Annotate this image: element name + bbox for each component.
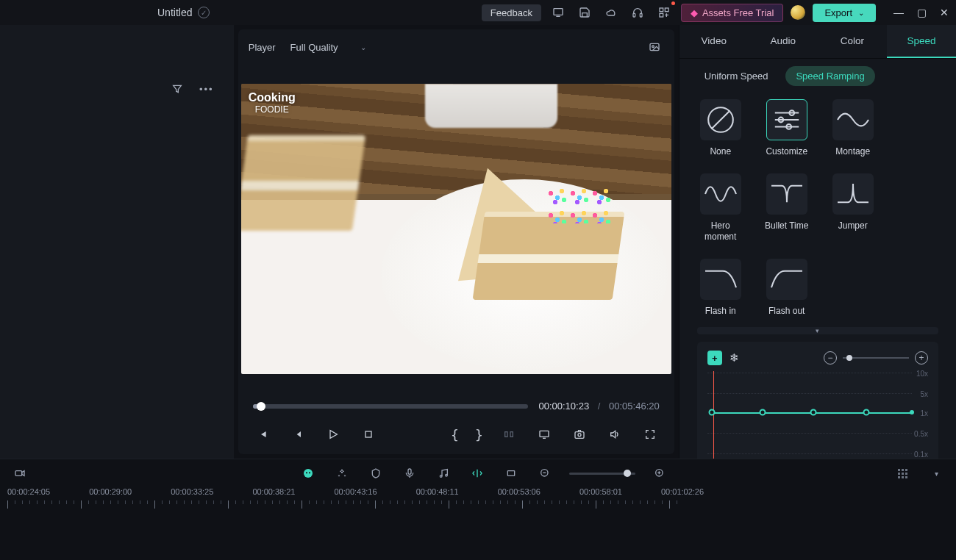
camera-icon[interactable] <box>570 425 589 444</box>
subtab-uniform-speed[interactable]: Uniform Speed <box>694 66 779 86</box>
svg-rect-11 <box>510 432 513 437</box>
split-icon[interactable] <box>468 464 487 483</box>
volume-icon[interactable] <box>605 425 624 444</box>
preview-viewport[interactable]: CookingFOODIE <box>238 65 674 393</box>
gem-icon: ◆ <box>691 7 698 18</box>
ramp-node[interactable] <box>759 409 766 416</box>
assets-trial-button[interactable]: ◆ Assets Free Trial <box>681 4 784 22</box>
tab-video[interactable]: Video <box>679 25 749 58</box>
subtab-speed-ramping[interactable]: Speed Ramping <box>785 66 874 86</box>
ramp-node[interactable] <box>810 409 816 416</box>
top-bar: Untitled ✓ Feedback ◆ Assets Free Trial … <box>0 0 956 25</box>
cloud-icon[interactable] <box>602 3 621 22</box>
zoom-in-button[interactable]: + <box>915 351 928 365</box>
tab-color[interactable]: Color <box>818 25 887 58</box>
preset-flash-in[interactable]: Flash in <box>697 259 744 317</box>
filter-icon[interactable] <box>168 79 187 98</box>
preset-montage[interactable]: Montage <box>830 99 877 157</box>
tl-zoom-out-icon[interactable] <box>535 464 554 483</box>
feedback-button[interactable]: Feedback <box>482 4 541 21</box>
svg-rect-0 <box>554 9 563 15</box>
apps-icon[interactable] <box>654 3 674 22</box>
snapshot-icon[interactable] <box>645 37 664 57</box>
play-button[interactable] <box>324 425 343 444</box>
timeline-zoom-slider[interactable] <box>569 473 635 475</box>
svg-line-16 <box>711 110 730 129</box>
marker-icon[interactable] <box>366 464 385 483</box>
project-title: Untitled <box>157 7 192 18</box>
mark-out-icon[interactable]: } <box>475 427 483 442</box>
ramp-node[interactable] <box>863 409 869 416</box>
preset-flash-out[interactable]: Flash out <box>763 259 810 317</box>
timeline-timestamp: 00:00:43:16 <box>335 487 377 496</box>
save-icon[interactable] <box>575 3 594 22</box>
add-keyframe-button[interactable]: + <box>707 351 722 365</box>
media-panel: ••• <box>0 25 234 459</box>
preset-none[interactable]: None <box>697 99 744 157</box>
assets-trial-label: Assets Free Trial <box>702 7 774 18</box>
export-button[interactable]: Export ⌄ <box>813 4 876 22</box>
display-output-icon[interactable] <box>535 425 554 444</box>
zoom-slider[interactable] <box>843 357 909 359</box>
tl-zoom-in-icon[interactable] <box>650 464 669 483</box>
timeline-timestamp: 00:01:02:26 <box>661 487 704 496</box>
ramp-node[interactable] <box>910 410 914 414</box>
player-label: Player <box>249 42 276 53</box>
close-button[interactable]: ✕ <box>940 7 949 18</box>
svg-point-28 <box>338 475 339 476</box>
svg-point-27 <box>344 475 345 476</box>
timeline-timestamp: 00:00:53:06 <box>498 487 541 496</box>
monitor-icon[interactable] <box>549 3 568 22</box>
quality-value: Full Quality <box>290 42 338 53</box>
svg-rect-10 <box>504 432 507 437</box>
mark-in-icon[interactable]: { <box>451 427 459 442</box>
project-title-area: Untitled ✓ <box>157 7 210 18</box>
ai-tool-icon[interactable] <box>299 464 318 483</box>
svg-rect-5 <box>660 13 663 17</box>
total-time: 00:05:46:20 <box>609 401 660 412</box>
zoom-out-button[interactable]: − <box>824 351 837 365</box>
layout-grid-icon[interactable] <box>893 464 912 483</box>
step-back-button[interactable] <box>288 425 307 444</box>
crop-icon[interactable] <box>502 464 521 483</box>
svg-point-14 <box>578 434 581 437</box>
ramp-node[interactable] <box>708 409 715 416</box>
preset-customize[interactable]: Customize <box>763 99 810 157</box>
current-time: 00:00:10:23 <box>538 401 589 412</box>
quality-dropdown[interactable]: Full Quality ⌄ <box>290 42 366 53</box>
minimize-button[interactable]: — <box>893 7 904 18</box>
sync-status-icon[interactable]: ✓ <box>198 7 210 18</box>
sparkle-icon[interactable] <box>332 464 352 483</box>
music-icon[interactable] <box>434 464 453 483</box>
svg-point-25 <box>306 472 307 473</box>
svg-rect-12 <box>540 431 549 437</box>
svg-rect-9 <box>365 431 371 437</box>
mic-icon[interactable] <box>400 464 419 483</box>
stop-button[interactable] <box>359 425 378 444</box>
export-label: Export <box>824 7 852 18</box>
profile-avatar[interactable] <box>791 5 805 20</box>
scrub-bar[interactable]: 00:00:10:23 / 00:05:46:20 <box>253 401 660 412</box>
freeze-frame-icon[interactable]: ❄ <box>730 351 739 365</box>
svg-rect-32 <box>507 471 514 476</box>
timeline-ruler[interactable]: 00:00:24:0500:00:29:0000:00:33:2500:00:3… <box>0 487 956 511</box>
chevron-down-icon: ⌄ <box>858 9 864 17</box>
preset-jumper[interactable]: Jumper <box>830 173 877 243</box>
player-container: Player Full Quality ⌄ CookingFOODIE <box>238 29 674 454</box>
headphones-icon[interactable] <box>628 3 647 22</box>
more-options-icon[interactable]: ••• <box>197 79 216 98</box>
clip-length-icon[interactable] <box>499 425 518 444</box>
preset-bullet-time[interactable]: Bullet Time <box>763 173 810 243</box>
tab-speed[interactable]: Speed <box>887 25 956 58</box>
svg-marker-8 <box>330 431 337 439</box>
expand-presets-toggle[interactable]: ▾ <box>697 327 938 334</box>
preset-hero-moment[interactable]: Hero moment <box>697 173 744 243</box>
inspector-panel: Video Audio Color Speed Uniform Speed Sp… <box>679 25 956 459</box>
prev-frame-button[interactable] <box>253 425 272 444</box>
maximize-button[interactable]: ▢ <box>917 7 927 18</box>
tab-audio[interactable]: Audio <box>749 25 818 58</box>
fullscreen-icon[interactable] <box>641 425 660 444</box>
layout-caret-icon[interactable]: ▾ <box>927 464 946 483</box>
ramp-graph[interactable]: 10x 5x 1x 0.5x 0.1x <box>707 371 928 459</box>
timeline-camera-icon[interactable] <box>10 464 29 483</box>
